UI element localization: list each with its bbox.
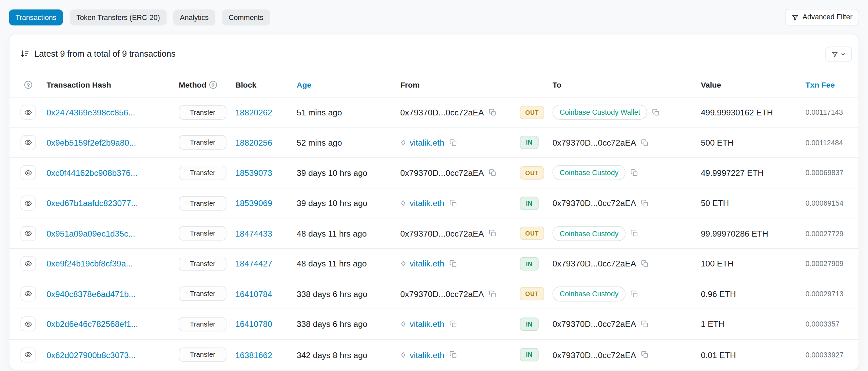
block-link[interactable]: 16410784	[235, 289, 272, 299]
funnel-icon	[831, 51, 838, 58]
sort-descending-icon	[20, 49, 29, 58]
from-ens-link[interactable]: vitalik.eth	[400, 319, 444, 329]
filter-dropdown-button[interactable]	[825, 47, 852, 62]
to-name-tag[interactable]: Coinbase Custody Wallet	[552, 105, 647, 120]
transaction-hash-header: Transaction Hash	[46, 80, 111, 89]
tx-hash-link[interactable]: 0x951a09a09ec1d35c...	[46, 229, 135, 238]
from-ens-link[interactable]: vitalik.eth	[400, 350, 444, 359]
eye-preview-button[interactable]	[20, 226, 36, 241]
direction-badge: OUT	[520, 227, 544, 240]
tx-hash-link[interactable]: 0xc0f44162bc908b376...	[46, 168, 137, 178]
value-text: 499.99930162 ETH	[701, 108, 773, 117]
copy-address-button[interactable]	[652, 109, 660, 116]
tab-analytics[interactable]: Analytics	[173, 9, 215, 25]
block-link[interactable]: 18820256	[235, 138, 272, 147]
from-ens-link[interactable]: vitalik.eth	[400, 199, 444, 208]
copy-address-button[interactable]	[489, 290, 496, 298]
eye-preview-button[interactable]	[20, 317, 36, 332]
copy-address-button[interactable]	[489, 169, 496, 177]
method-badge: Transfer	[179, 196, 226, 210]
copy-address-button[interactable]	[631, 230, 638, 237]
tx-hash-link[interactable]: 0xe9f24b19cbf8cf39a...	[46, 259, 133, 268]
copy-address-button[interactable]	[641, 260, 649, 267]
method-badge: Transfer	[179, 257, 226, 271]
copy-icon	[449, 320, 457, 328]
from-header: From	[400, 80, 419, 89]
tx-hash-link[interactable]: 0x9eb5159f2ef2b9a80...	[46, 138, 136, 147]
copy-icon	[489, 230, 496, 237]
help-icon[interactable]: ?	[209, 81, 217, 89]
copy-address-button[interactable]	[449, 351, 457, 358]
from-address[interactable]: 0x79370D...0cc72aEA	[400, 289, 484, 299]
ens-diamond-icon	[400, 200, 406, 207]
tab-comments[interactable]: Comments	[222, 9, 270, 25]
tx-hash-link[interactable]: 0x2474369e398cc856...	[46, 108, 135, 117]
tx-hash-link[interactable]: 0x62d027900b8c3073...	[46, 350, 136, 359]
method-badge: Transfer	[179, 317, 226, 331]
tab-transactions[interactable]: Transactions	[9, 9, 63, 25]
copy-icon	[489, 290, 496, 298]
to-address[interactable]: 0x79370D...0cc72aEA	[552, 350, 636, 359]
direction-badge: IN	[520, 257, 539, 270]
to-name-tag[interactable]: Coinbase Custody	[552, 286, 626, 301]
block-link[interactable]: 18820262	[235, 108, 272, 117]
copy-icon	[641, 351, 649, 358]
block-link[interactable]: 16381662	[235, 350, 272, 359]
eye-preview-button[interactable]	[20, 105, 36, 120]
tab-token-transfers-erc-20[interactable]: Token Transfers (ERC-20)	[70, 9, 167, 25]
copy-address-button[interactable]	[449, 320, 457, 328]
advanced-filter-button[interactable]: Advanced Filter	[785, 9, 859, 25]
copy-address-button[interactable]	[641, 320, 649, 328]
tx-hash-link[interactable]: 0x940c8378e6ad471b...	[46, 289, 136, 299]
copy-address-button[interactable]	[449, 199, 457, 207]
copy-address-button[interactable]	[631, 169, 638, 177]
block-link[interactable]: 16410780	[235, 319, 272, 329]
copy-address-button[interactable]	[641, 199, 649, 207]
eye-preview-button[interactable]	[20, 196, 36, 210]
from-address[interactable]: 0x79370D...0cc72aEA	[400, 229, 484, 238]
tx-hash-link[interactable]: 0xed67b1aafdc823077...	[46, 199, 138, 208]
to-address[interactable]: 0x79370D...0cc72aEA	[552, 319, 636, 329]
copy-address-button[interactable]	[489, 109, 496, 116]
age-header-link[interactable]: Age	[297, 80, 311, 89]
txn-fee-text: 0.00117143	[806, 108, 843, 116]
copy-address-button[interactable]	[641, 351, 649, 358]
to-name-tag[interactable]: Coinbase Custody	[552, 226, 626, 241]
block-link[interactable]: 18474427	[235, 259, 272, 268]
copy-icon	[641, 320, 649, 328]
copy-icon	[641, 139, 649, 146]
ens-diamond-icon	[400, 139, 406, 146]
eye-preview-button[interactable]	[20, 347, 36, 362]
to-address[interactable]: 0x79370D...0cc72aEA	[552, 138, 636, 147]
eye-preview-button[interactable]	[20, 256, 36, 271]
to-address[interactable]: 0x79370D...0cc72aEA	[552, 199, 636, 208]
from-ens-link[interactable]: vitalik.eth	[400, 259, 444, 268]
tx-hash-link[interactable]: 0xb2d6e46c782568ef1...	[46, 319, 138, 329]
value-text: 99.99970286 ETH	[701, 229, 768, 238]
method-badge: Transfer	[179, 105, 226, 119]
copy-address-button[interactable]	[449, 139, 457, 146]
copy-address-button[interactable]	[489, 230, 496, 237]
txn-fee-header-link[interactable]: Txn Fee	[806, 80, 835, 89]
from-ens-link[interactable]: vitalik.eth	[400, 138, 444, 147]
copy-address-button[interactable]	[641, 139, 649, 146]
eye-preview-button[interactable]	[20, 165, 36, 180]
block-link[interactable]: 18539069	[235, 199, 272, 208]
copy-address-button[interactable]	[631, 290, 638, 298]
to-address[interactable]: 0x79370D...0cc72aEA	[552, 259, 636, 268]
table-row: 0x2474369e398cc856... Transfer 18820262 …	[9, 97, 859, 128]
direction-badge: OUT	[520, 166, 544, 180]
table-row: 0xb2d6e46c782568ef1... Transfer 16410780…	[9, 309, 859, 339]
eye-preview-button[interactable]	[20, 135, 36, 150]
eye-icon	[24, 199, 32, 207]
block-link[interactable]: 18539073	[235, 168, 272, 178]
from-address[interactable]: 0x79370D...0cc72aEA	[400, 168, 484, 178]
to-name-tag[interactable]: Coinbase Custody	[552, 165, 626, 180]
copy-address-button[interactable]	[449, 260, 457, 267]
block-link[interactable]: 18474433	[235, 229, 272, 238]
age-text: 39 days 10 hrs ago	[297, 199, 367, 208]
eye-preview-button[interactable]	[20, 286, 36, 301]
txn-fee-text: 0.00033927	[806, 351, 844, 359]
help-icon[interactable]: ?	[24, 81, 32, 89]
from-address[interactable]: 0x79370D...0cc72aEA	[400, 108, 484, 117]
